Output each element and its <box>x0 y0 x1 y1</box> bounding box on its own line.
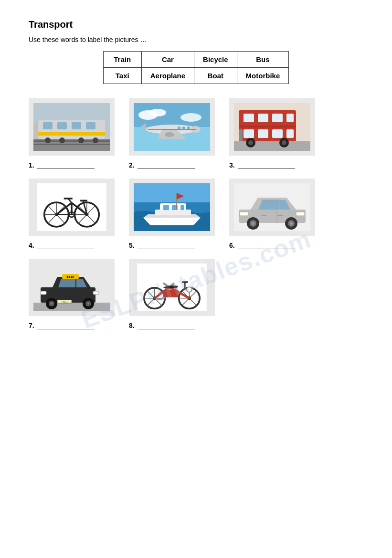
label-6: 6. <box>229 242 295 249</box>
svg-text:TAXI: TAXI <box>66 275 74 279</box>
svg-rect-7 <box>43 122 53 129</box>
svg-point-13 <box>78 137 84 143</box>
car-image <box>229 179 315 236</box>
image-row-1: 1. <box>29 98 363 169</box>
svg-rect-46 <box>239 129 243 141</box>
motorbike-image <box>129 259 215 316</box>
train-image <box>29 98 115 156</box>
number-7: 7. <box>29 322 34 329</box>
label-5: 5. <box>129 242 195 249</box>
label-8: 8. <box>129 322 195 329</box>
label-7: 7. <box>29 322 95 329</box>
svg-rect-38 <box>258 114 268 122</box>
answer-line-2[interactable] <box>138 161 195 169</box>
svg-rect-37 <box>244 114 254 122</box>
svg-rect-2 <box>33 140 110 142</box>
svg-rect-80 <box>180 205 184 210</box>
svg-point-43 <box>248 140 253 145</box>
svg-rect-77 <box>155 210 191 215</box>
svg-rect-34 <box>258 129 268 138</box>
image-row-3: TAXI TX0 1 7. <box>29 259 363 329</box>
svg-rect-75 <box>134 183 210 202</box>
number-6: 6. <box>229 242 235 249</box>
svg-rect-132 <box>163 290 179 297</box>
bicycle-icon <box>33 183 110 231</box>
svg-point-108 <box>87 303 89 305</box>
svg-point-92 <box>290 222 293 225</box>
svg-point-89 <box>252 222 254 225</box>
image-row-2: 4. <box>29 179 363 249</box>
answer-line-8[interactable] <box>138 322 195 329</box>
svg-rect-40 <box>286 114 294 122</box>
word-bicycle: Bicycle <box>194 52 237 68</box>
number-5: 5. <box>129 242 135 249</box>
svg-point-45 <box>282 140 286 145</box>
page-title: Transport <box>29 19 363 30</box>
answer-line-1[interactable] <box>37 161 95 169</box>
svg-rect-31 <box>234 141 310 151</box>
aeroplane-image <box>129 98 215 156</box>
word-bus: Bus <box>237 52 289 68</box>
svg-rect-39 <box>272 114 283 122</box>
number-1: 1. <box>29 161 34 169</box>
svg-rect-41 <box>239 126 296 127</box>
taxi-icon: TAXI TX0 1 <box>33 263 110 311</box>
svg-point-135 <box>187 287 192 292</box>
car-icon <box>234 183 310 231</box>
word-train: Train <box>103 52 141 68</box>
svg-rect-6 <box>38 132 105 136</box>
image-item-motorbike: 8. <box>129 259 220 329</box>
answer-line-3[interactable] <box>238 161 295 169</box>
answer-line-6[interactable] <box>238 242 295 249</box>
number-2: 2. <box>129 161 135 169</box>
svg-rect-36 <box>286 129 294 138</box>
svg-rect-78 <box>163 205 169 210</box>
svg-point-18 <box>149 109 166 116</box>
word-boat: Boat <box>194 68 237 84</box>
svg-rect-102 <box>41 291 46 295</box>
svg-rect-10 <box>86 122 95 129</box>
svg-rect-85 <box>296 212 305 216</box>
boat-icon <box>134 183 210 231</box>
word-aeroplane: Aeroplane <box>141 68 194 84</box>
svg-point-11 <box>45 137 51 143</box>
number-4: 4. <box>29 242 34 249</box>
bicycle-image <box>29 179 115 236</box>
word-taxi: Taxi <box>103 68 141 84</box>
image-item-aeroplane: 2. <box>129 98 220 169</box>
word-car: Car <box>141 52 194 68</box>
svg-rect-3 <box>33 144 110 145</box>
svg-text:TX0 1: TX0 1 <box>61 300 68 303</box>
svg-rect-9 <box>72 122 81 129</box>
svg-rect-95 <box>262 215 266 216</box>
answer-line-5[interactable] <box>138 242 195 249</box>
boat-image <box>129 179 215 236</box>
svg-rect-94 <box>278 215 283 216</box>
image-item-boat: 5. <box>129 179 220 249</box>
svg-rect-86 <box>240 212 248 216</box>
number-3: 3. <box>229 161 235 169</box>
svg-rect-33 <box>244 129 254 138</box>
image-item-train: 1. <box>29 98 119 169</box>
answer-line-4[interactable] <box>37 242 95 249</box>
svg-rect-8 <box>57 122 67 129</box>
plane-icon <box>134 103 210 151</box>
instruction-text: Use these words to label the pictures … <box>29 36 363 43</box>
image-item-car: 6. <box>229 179 320 249</box>
svg-rect-101 <box>93 291 99 295</box>
train-icon <box>33 103 110 151</box>
image-item-bicycle: 4. <box>29 179 119 249</box>
image-item-taxi: TAXI TX0 1 7. <box>29 259 119 329</box>
bus-icon <box>234 103 310 151</box>
word-table: Train Car Bicycle Bus Taxi Aeroplane Boa… <box>103 51 289 84</box>
label-4: 4. <box>29 242 95 249</box>
svg-point-105 <box>51 303 53 305</box>
answer-line-7[interactable] <box>37 322 95 329</box>
word-motorbike: Motorbike <box>237 68 289 84</box>
bus-image <box>229 98 315 156</box>
svg-point-12 <box>59 137 65 143</box>
motorbike-icon <box>134 263 210 311</box>
taxi-image: TAXI TX0 1 <box>29 259 115 316</box>
image-item-bus: 3. <box>229 98 320 169</box>
svg-rect-35 <box>272 129 283 138</box>
